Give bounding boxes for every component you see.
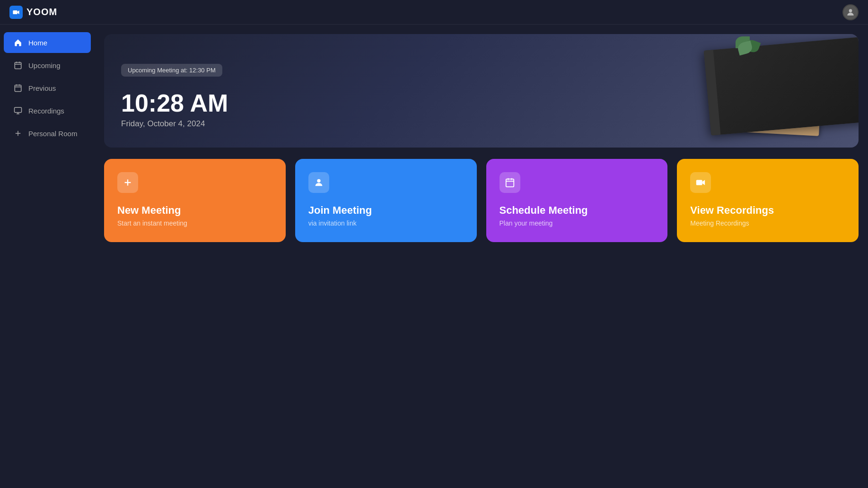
svg-point-17 bbox=[317, 179, 320, 183]
svg-rect-6 bbox=[15, 85, 21, 92]
sidebar-item-recordings[interactable]: Recordings bbox=[4, 100, 91, 121]
calendar-icon bbox=[13, 61, 23, 70]
view-recordings-card[interactable]: View Recordings Meeting Recordings bbox=[677, 159, 859, 242]
notebook-decoration bbox=[704, 37, 859, 136]
hero-banner: Upcoming Meeting at: 12:30 PM 10:28 AM F… bbox=[104, 34, 859, 148]
view-recordings-subtitle: Meeting Recordings bbox=[690, 219, 845, 227]
schedule-meeting-card[interactable]: Schedule Meeting Plan your meeting bbox=[486, 159, 668, 242]
view-recordings-text: View Recordings Meeting Recordings bbox=[690, 204, 845, 227]
schedule-meeting-title: Schedule Meeting bbox=[500, 204, 655, 217]
sidebar: Home Upcoming Previous bbox=[0, 25, 95, 488]
current-date: Friday, October 4, 2024 bbox=[121, 119, 228, 129]
join-meeting-text: Join Meeting via invitation link bbox=[308, 204, 464, 227]
new-meeting-card[interactable]: New Meeting Start an instant meeting bbox=[104, 159, 286, 242]
current-time: 10:28 AM bbox=[121, 91, 228, 115]
calendar-prev-icon bbox=[13, 83, 23, 93]
logo: YOOM bbox=[9, 6, 57, 19]
plus-icon bbox=[13, 129, 23, 138]
schedule-meeting-subtitle: Plan your meeting bbox=[500, 219, 655, 227]
upcoming-meeting-badge: Upcoming Meeting at: 12:30 PM bbox=[121, 64, 222, 77]
sidebar-item-personal-room[interactable]: Personal Room bbox=[4, 123, 91, 144]
plus-icon bbox=[123, 177, 133, 188]
svg-rect-22 bbox=[696, 180, 702, 185]
video-icon bbox=[695, 177, 706, 188]
user-avatar[interactable] bbox=[842, 4, 859, 20]
logo-icon bbox=[9, 6, 23, 19]
join-meeting-icon-wrap bbox=[308, 172, 329, 193]
plant-decoration bbox=[736, 36, 764, 60]
join-meeting-subtitle: via invitation link bbox=[308, 219, 464, 227]
view-recordings-icon-wrap bbox=[690, 172, 711, 193]
svg-rect-2 bbox=[15, 62, 21, 69]
join-meeting-card[interactable]: Join Meeting via invitation link bbox=[295, 159, 477, 242]
hero-decoration bbox=[444, 34, 859, 148]
sidebar-item-label: Recordings bbox=[28, 107, 64, 115]
new-meeting-subtitle: Start an instant meeting bbox=[117, 219, 272, 227]
new-meeting-text: New Meeting Start an instant meeting bbox=[117, 204, 272, 227]
sidebar-item-label: Previous bbox=[28, 84, 56, 92]
new-meeting-title: New Meeting bbox=[117, 204, 272, 217]
svg-point-1 bbox=[849, 9, 852, 12]
svg-rect-0 bbox=[13, 10, 17, 14]
sidebar-item-label: Upcoming bbox=[28, 61, 61, 70]
sidebar-item-home[interactable]: Home bbox=[4, 32, 91, 53]
new-meeting-icon-wrap bbox=[117, 172, 138, 193]
schedule-meeting-text: Schedule Meeting Plan your meeting bbox=[500, 204, 655, 227]
schedule-meeting-icon-wrap bbox=[500, 172, 520, 193]
join-meeting-title: Join Meeting bbox=[308, 204, 464, 217]
view-recordings-title: View Recordings bbox=[690, 204, 845, 217]
person-icon bbox=[314, 177, 324, 188]
sidebar-item-previous[interactable]: Previous bbox=[4, 78, 91, 98]
sidebar-item-label: Personal Room bbox=[28, 130, 77, 138]
home-icon bbox=[13, 38, 23, 47]
svg-rect-18 bbox=[506, 179, 514, 187]
sidebar-item-upcoming[interactable]: Upcoming bbox=[4, 55, 91, 76]
calendar-small-icon bbox=[505, 177, 515, 188]
monitor-icon bbox=[13, 106, 23, 115]
hero-content: Upcoming Meeting at: 12:30 PM 10:28 AM F… bbox=[121, 64, 228, 129]
svg-rect-10 bbox=[15, 107, 22, 113]
action-cards: New Meeting Start an instant meeting Joi… bbox=[104, 159, 859, 242]
app-name: YOOM bbox=[26, 7, 57, 17]
sidebar-item-label: Home bbox=[28, 39, 47, 47]
main-content: Upcoming Meeting at: 12:30 PM 10:28 AM F… bbox=[95, 25, 868, 252]
topbar: YOOM bbox=[0, 0, 868, 25]
